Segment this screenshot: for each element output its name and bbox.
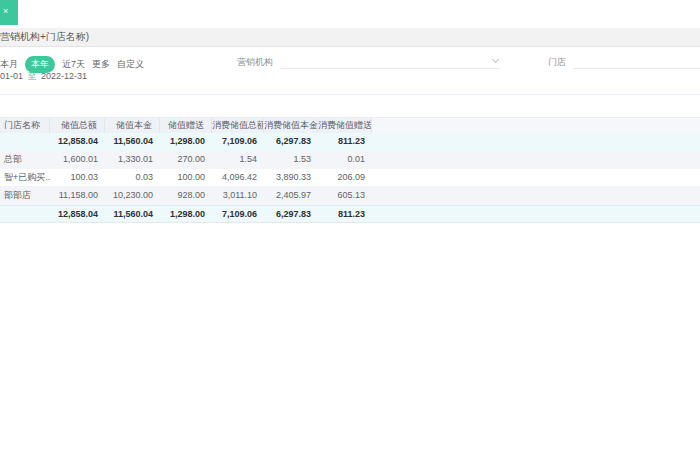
org-select[interactable]: 营销机构 [237, 54, 500, 69]
header-filler [372, 118, 700, 133]
table-row[interactable]: 总部 1,600.01 1,330.01 270.00 1.54 1.53 0.… [0, 151, 700, 169]
col-header-stored-bonus[interactable]: 储值赠送 [160, 118, 212, 133]
page-tab[interactable]: × [0, 0, 18, 25]
app-window: × 营销机构+门店名称) 本月 本年 近7天 更多 自定义 01-01 至 20… [0, 0, 700, 470]
close-icon[interactable]: × [3, 7, 8, 16]
store-name-cell: 总部 [0, 151, 50, 169]
col-header-store-name[interactable]: 门店名称 [0, 118, 50, 133]
col-header-consumed-bonus[interactable]: 消费储值赠送金 [318, 118, 372, 133]
filter-panel: 本月 本年 近7天 更多 自定义 01-01 至 2022-12-31 营销机构… [0, 47, 700, 95]
col-header-stored-principal[interactable]: 储值本金 [105, 118, 160, 133]
date-end: 2022-12-31 [41, 71, 87, 81]
org-select-input[interactable] [281, 54, 500, 69]
col-header-consumed-total[interactable]: 消费储值总额 [212, 118, 264, 133]
chevron-down-icon [492, 56, 499, 63]
org-select-placeholder: 营销机构 [237, 55, 273, 69]
filter-more[interactable]: 更多 [92, 58, 110, 71]
col-header-consumed-principal[interactable]: 消费储值本金 [264, 118, 318, 133]
store-select[interactable]: 门店 [548, 54, 700, 69]
store-name-cell: 智+已购买... [0, 169, 50, 186]
title-bar: 营销机构+门店名称) [0, 28, 700, 47]
store-select-placeholder: 门店 [548, 55, 566, 69]
store-select-input[interactable] [574, 54, 700, 69]
table-header-row: 门店名称 储值总额 储值本金 储值赠送 消费储值总额 消费储值本金 消费储值赠送… [0, 117, 700, 133]
store-name-cell: 部部店 [0, 187, 50, 205]
table-row[interactable]: 部部店 11,158.00 10,230.00 928.00 3,011.10 … [0, 187, 700, 205]
page-title: 营销机构+门店名称) [0, 28, 89, 46]
date-separator: 至 [26, 71, 39, 81]
col-header-stored-total[interactable]: 储值总额 [50, 118, 105, 133]
table-row[interactable]: 智+已购买... 100.03 0.03 100.00 4,096.42 3,8… [0, 169, 700, 187]
filter-custom[interactable]: 自定义 [117, 58, 144, 71]
summary-row-top: 12,858.04 11,560.04 1,298.00 7,109.06 6,… [0, 133, 700, 151]
date-start: 01-01 [0, 71, 23, 81]
summary-row-bottom: 12,858.04 11,560.04 1,298.00 7,109.06 6,… [0, 205, 700, 223]
report-table: 门店名称 储值总额 储值本金 储值赠送 消费储值总额 消费储值本金 消费储值赠送… [0, 117, 700, 223]
date-range[interactable]: 01-01 至 2022-12-31 [0, 70, 87, 83]
